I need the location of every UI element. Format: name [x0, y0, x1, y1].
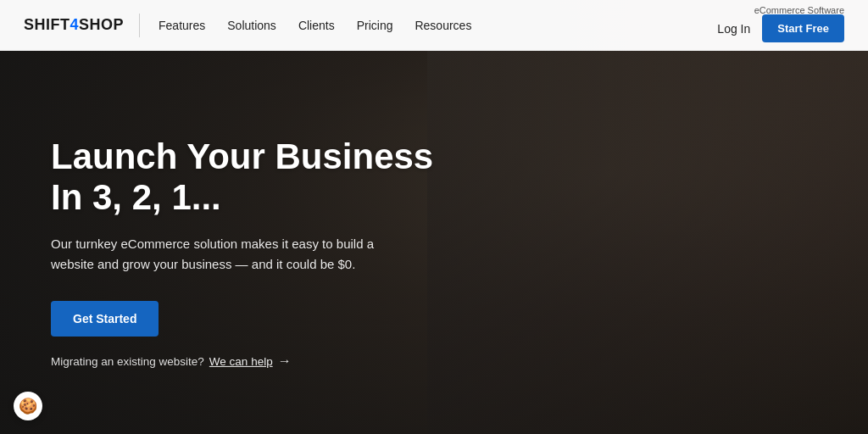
- logo-four: 4: [70, 16, 80, 33]
- cookie-emoji: 🍪: [19, 397, 37, 415]
- start-free-button[interactable]: Start Free: [762, 14, 844, 42]
- ecommerce-label: eCommerce Software: [754, 5, 844, 15]
- migrate-section: Migrating an existing website? We can he…: [51, 353, 433, 369]
- migrate-text: Migrating an existing website?: [51, 354, 204, 367]
- nav-divider: [139, 14, 140, 37]
- nav-link-clients[interactable]: Clients: [298, 19, 335, 32]
- hero-content: Launch Your Business In 3, 2, 1... Our t…: [51, 136, 433, 369]
- migrate-link[interactable]: We can help: [209, 354, 273, 367]
- cookie-icon[interactable]: 🍪: [14, 392, 42, 420]
- nav-link-pricing[interactable]: Pricing: [357, 19, 393, 32]
- arrow-icon: →: [278, 353, 292, 369]
- hero-section: eCommerce Software SHIFT4SHOP Features S…: [0, 0, 868, 434]
- headline-line2: In 3, 2, 1...: [51, 177, 221, 217]
- navbar: eCommerce Software SHIFT4SHOP Features S…: [0, 0, 868, 51]
- nav-links: Features Solutions Clients Pricing Resou…: [159, 19, 717, 32]
- logo-shop: SHOP: [79, 16, 124, 33]
- nav-link-solutions[interactable]: Solutions: [227, 19, 276, 32]
- logo-shift: SHIFT: [24, 16, 70, 33]
- hero-subheadline: Our turnkey eCommerce solution makes it …: [51, 233, 381, 275]
- login-link[interactable]: Log In: [717, 22, 750, 36]
- logo[interactable]: SHIFT4SHOP: [24, 16, 124, 34]
- logo-text: SHIFT4SHOP: [24, 16, 124, 34]
- nav-link-features[interactable]: Features: [159, 19, 205, 32]
- get-started-button[interactable]: Get Started: [51, 301, 159, 337]
- headline-line1: Launch Your Business: [51, 136, 433, 176]
- hero-headline: Launch Your Business In 3, 2, 1...: [51, 136, 433, 219]
- nav-link-resources[interactable]: Resources: [415, 19, 471, 32]
